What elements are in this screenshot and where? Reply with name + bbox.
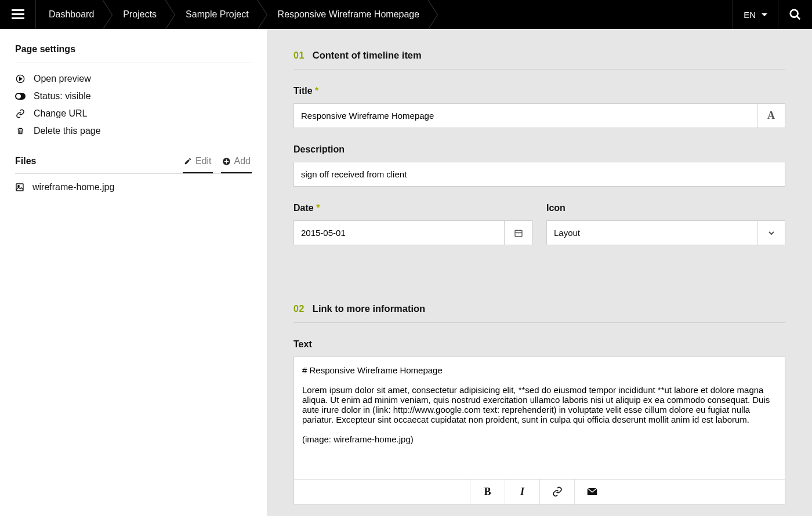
- status-label: Status: visible: [34, 91, 91, 101]
- text-editor[interactable]: [294, 357, 785, 479]
- text-label: Text: [293, 339, 785, 350]
- description-input[interactable]: [294, 162, 785, 186]
- files-edit-button[interactable]: Edit: [183, 156, 213, 173]
- bold-icon: B: [484, 486, 491, 498]
- svg-marker-6: [20, 77, 22, 80]
- hamburger-icon: [12, 9, 24, 20]
- italic-icon: I: [520, 486, 524, 498]
- email-button[interactable]: [574, 479, 609, 504]
- plus-circle-icon: [222, 157, 231, 166]
- editor-toolbar: B I: [293, 479, 785, 504]
- icon-select[interactable]: Layout: [546, 220, 785, 245]
- text-field: Text B I: [293, 339, 785, 504]
- title-field: Title * A: [293, 86, 785, 128]
- language-label: EN: [744, 10, 756, 20]
- svg-rect-0: [12, 9, 24, 11]
- italic-button[interactable]: I: [505, 479, 539, 504]
- section-number: 02: [293, 304, 304, 314]
- section-number: 01: [293, 50, 304, 61]
- bold-button[interactable]: B: [470, 479, 505, 504]
- breadcrumb: Dashboard Projects Sample Project Respon…: [36, 0, 733, 29]
- description-label: Description: [293, 144, 785, 155]
- menu-button[interactable]: [0, 0, 36, 29]
- svg-rect-2: [12, 17, 24, 19]
- delete-page-label: Delete this page: [34, 126, 101, 136]
- image-file-icon: [15, 183, 24, 192]
- icon-select-value: Layout: [547, 221, 757, 245]
- svg-rect-1: [12, 13, 24, 15]
- file-name: wireframe-home.jpg: [32, 182, 114, 192]
- date-label: Date *: [293, 203, 532, 213]
- link-icon: [552, 486, 563, 497]
- envelope-icon: [587, 488, 597, 496]
- trash-icon: [15, 126, 26, 136]
- section-header: 01 Content of timeline item: [293, 42, 785, 70]
- title-input[interactable]: [294, 104, 757, 128]
- link-icon: [15, 109, 26, 118]
- main-panel: 01 Content of timeline item Title * A De…: [267, 29, 812, 516]
- breadcrumb-item[interactable]: Dashboard: [36, 0, 107, 29]
- chevron-down-icon: [762, 13, 767, 16]
- svg-line-4: [797, 16, 800, 20]
- link-button[interactable]: [539, 479, 574, 504]
- search-icon: [789, 8, 802, 21]
- page-settings-heading: Page settings: [15, 44, 252, 63]
- icon-field: Icon Layout: [546, 203, 785, 245]
- topbar: Dashboard Projects Sample Project Respon…: [0, 0, 812, 29]
- description-field: Description: [293, 144, 785, 187]
- svg-point-3: [791, 10, 798, 17]
- open-preview-label: Open preview: [34, 74, 91, 84]
- toggle-icon: [15, 93, 26, 100]
- svg-point-8: [16, 94, 21, 99]
- file-item[interactable]: wireframe-home.jpg: [15, 174, 252, 201]
- title-label: Title *: [293, 86, 785, 96]
- breadcrumb-item[interactable]: Responsive Wireframe Homepage: [262, 0, 433, 29]
- svg-rect-14: [16, 184, 23, 191]
- section-header: 02 Link to more information: [293, 295, 785, 323]
- chevron-down-icon: [767, 228, 776, 238]
- font-icon: A: [767, 110, 775, 122]
- open-preview[interactable]: Open preview: [15, 70, 252, 88]
- files-heading: Files Edit Add: [15, 156, 252, 174]
- files-add-button[interactable]: Add: [221, 156, 252, 173]
- search-button[interactable]: [778, 0, 812, 29]
- files-edit-label: Edit: [195, 156, 212, 166]
- calendar-icon: [514, 228, 523, 238]
- sidebar: Page settings Open preview Status: visib…: [0, 29, 267, 516]
- svg-point-15: [18, 186, 20, 187]
- icon-label: Icon: [546, 203, 785, 213]
- play-icon: [15, 74, 26, 83]
- breadcrumb-item[interactable]: Projects: [107, 0, 169, 29]
- change-url[interactable]: Change URL: [15, 105, 252, 122]
- date-field: Date *: [293, 203, 532, 245]
- change-url-label: Change URL: [34, 108, 88, 119]
- section-title: Link to more information: [313, 303, 425, 314]
- delete-page[interactable]: Delete this page: [15, 122, 252, 140]
- pencil-icon: [184, 157, 192, 165]
- language-select[interactable]: EN: [733, 0, 778, 29]
- icon-select-toggle[interactable]: [757, 221, 785, 245]
- svg-rect-13: [224, 161, 229, 161]
- status-toggle[interactable]: Status: visible: [15, 88, 252, 105]
- date-picker-button[interactable]: [504, 221, 532, 245]
- date-input[interactable]: [294, 221, 504, 245]
- title-format-button[interactable]: A: [757, 104, 785, 128]
- files-label: Files: [15, 156, 175, 173]
- breadcrumb-item[interactable]: Sample Project: [169, 0, 262, 29]
- section-title: Content of timeline item: [313, 50, 422, 61]
- files-add-label: Add: [234, 156, 251, 166]
